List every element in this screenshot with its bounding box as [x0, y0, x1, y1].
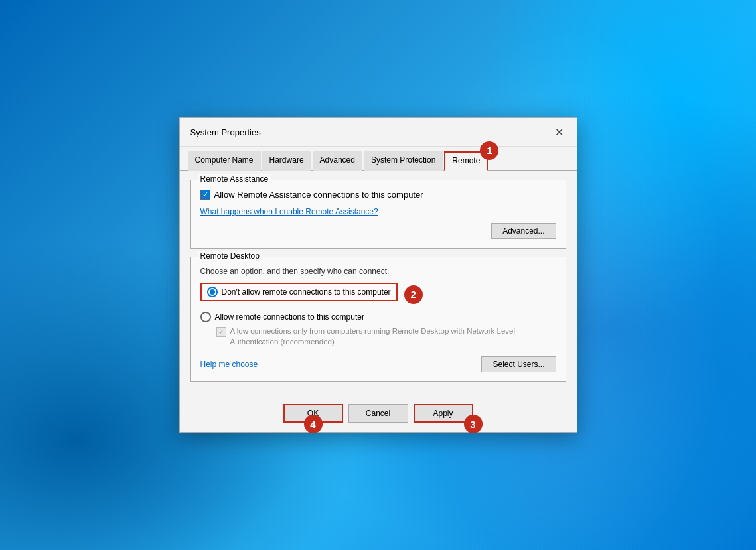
remote-assistance-label: Allow Remote Assistance connections to t… — [214, 190, 423, 200]
nla-label: Allow connections only from computers ru… — [230, 326, 556, 347]
remote-assistance-content: ✓ Allow Remote Assistance connections to… — [200, 190, 556, 239]
remote-assistance-checkbox-row: ✓ Allow Remote Assistance connections to… — [200, 190, 556, 200]
allow-label: Allow remote connections to this compute… — [215, 312, 364, 322]
dont-allow-label: Don't allow remote connections to this c… — [222, 287, 391, 297]
cancel-button[interactable]: Cancel — [348, 404, 408, 423]
remote-assistance-checkbox[interactable]: ✓ — [200, 190, 210, 200]
remote-desktop-content: Choose an option, and then specify who c… — [200, 267, 556, 372]
allow-radio-row: Allow remote connections to this compute… — [200, 312, 556, 322]
system-properties-dialog: System Properties ✕ Computer Name Hardwa… — [179, 117, 577, 433]
allow-radio[interactable] — [200, 312, 211, 322]
help-me-choose-link[interactable]: Help me choose — [200, 360, 258, 369]
tab-advanced[interactable]: Advanced — [313, 151, 362, 171]
badge-1: 1 — [480, 141, 498, 160]
title-bar: System Properties ✕ — [180, 118, 577, 147]
badge-4: 4 — [304, 415, 323, 433]
dont-allow-radio-row: Don't allow remote connections to this c… — [200, 283, 398, 301]
remote-desktop-section: Remote Desktop Choose an option, and the… — [190, 257, 566, 382]
select-users-button[interactable]: Select Users... — [481, 356, 556, 372]
remote-desktop-bottom: Help me choose Select Users... — [200, 356, 556, 372]
tab-system-protection[interactable]: System Protection — [364, 151, 443, 171]
dont-allow-radio[interactable] — [207, 287, 218, 297]
nla-checkbox-row: ✓ Allow connections only from computers … — [216, 326, 556, 347]
remote-assistance-link[interactable]: What happens when I enable Remote Assist… — [200, 207, 378, 216]
dialog-title: System Properties — [190, 127, 261, 137]
dialog-footer: OK 4 Cancel Apply 3 — [180, 397, 577, 432]
tab-hardware[interactable]: Hardware — [262, 151, 311, 171]
remote-desktop-description: Choose an option, and then specify who c… — [200, 267, 556, 276]
close-button[interactable]: ✕ — [550, 123, 569, 142]
advanced-btn-row: Advanced... — [200, 223, 556, 239]
dialog-content: Remote Assistance ✓ Allow Remote Assista… — [180, 171, 577, 397]
advanced-button[interactable]: Advanced... — [491, 223, 556, 239]
tabs-container: Computer Name Hardware Advanced System P… — [180, 147, 577, 171]
nla-checkmark-icon: ✓ — [218, 328, 224, 336]
tab-computer-name[interactable]: Computer Name — [188, 151, 261, 171]
remote-assistance-title: Remote Assistance — [198, 174, 271, 184]
badge-3: 3 — [464, 415, 483, 433]
remote-assistance-section: Remote Assistance ✓ Allow Remote Assista… — [190, 180, 566, 249]
checkmark-icon: ✓ — [202, 191, 208, 198]
nla-checkbox: ✓ — [216, 327, 226, 337]
remote-desktop-title: Remote Desktop — [198, 251, 262, 261]
badge-2: 2 — [404, 285, 423, 304]
